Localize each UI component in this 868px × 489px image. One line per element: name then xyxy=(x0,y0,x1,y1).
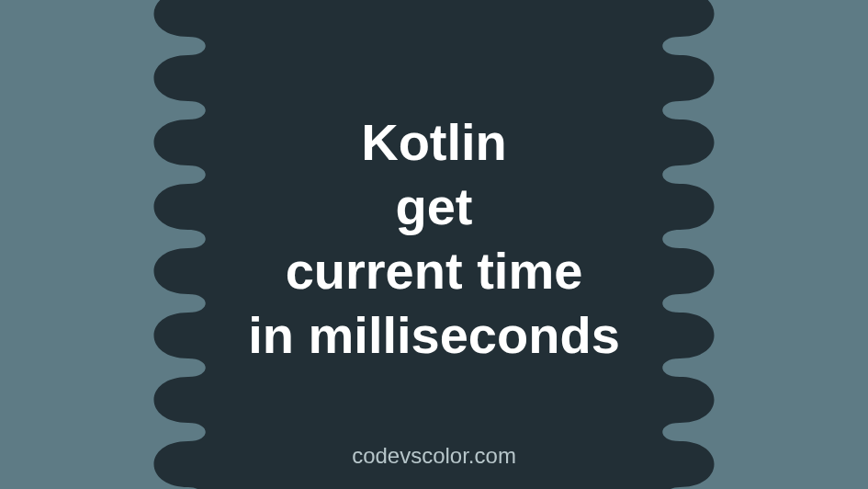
banner-heading: Kotlin get current time in milliseconds xyxy=(0,110,868,368)
banner-stage: Kotlin get current time in milliseconds … xyxy=(0,0,868,489)
watermark-text: codevscolor.com xyxy=(0,443,868,469)
heading-line-1: Kotlin xyxy=(0,110,868,175)
heading-line-4: in milliseconds xyxy=(0,303,868,368)
heading-line-3: current time xyxy=(0,239,868,303)
heading-line-2: get xyxy=(0,175,868,239)
